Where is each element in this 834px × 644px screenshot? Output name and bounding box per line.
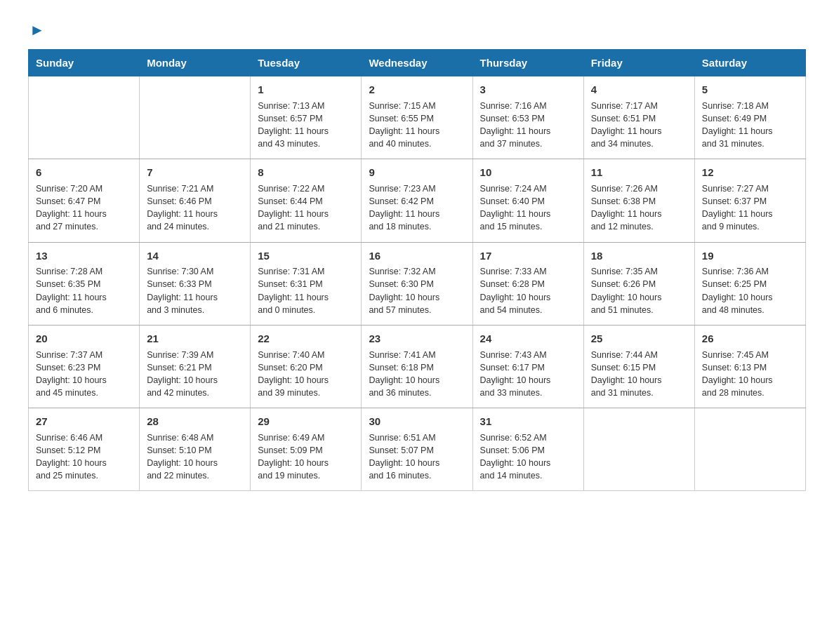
calendar-cell: 15Sunrise: 7:31 AM Sunset: 6:31 PM Dayli… — [251, 242, 362, 325]
day-number: 18 — [591, 248, 687, 264]
day-number: 23 — [369, 331, 465, 347]
header-monday: Monday — [140, 50, 251, 76]
day-number: 16 — [369, 248, 465, 264]
day-info: Sunrise: 7:40 AM Sunset: 6:20 PM Dayligh… — [258, 349, 354, 400]
day-number: 3 — [480, 82, 576, 98]
header-friday: Friday — [583, 50, 694, 76]
calendar-cell: 5Sunrise: 7:18 AM Sunset: 6:49 PM Daylig… — [694, 76, 805, 159]
day-number: 28 — [147, 414, 243, 429]
day-number: 22 — [258, 331, 354, 347]
day-info: Sunrise: 6:51 AM Sunset: 5:07 PM Dayligh… — [369, 431, 465, 483]
logo: ► — [28, 21, 45, 39]
calendar-cell: 29Sunrise: 6:49 AM Sunset: 5:09 PM Dayli… — [251, 408, 362, 491]
calendar-cell: 12Sunrise: 7:27 AM Sunset: 6:37 PM Dayli… — [694, 159, 805, 242]
day-number: 21 — [147, 331, 243, 347]
week-row-2: 6Sunrise: 7:20 AM Sunset: 6:47 PM Daylig… — [29, 159, 806, 242]
calendar-cell: 24Sunrise: 7:43 AM Sunset: 6:17 PM Dayli… — [472, 325, 583, 408]
calendar-header-row: SundayMondayTuesdayWednesdayThursdayFrid… — [29, 50, 806, 76]
day-number: 25 — [591, 331, 687, 347]
day-number: 26 — [702, 331, 798, 347]
day-info: Sunrise: 7:45 AM Sunset: 6:13 PM Dayligh… — [702, 349, 798, 400]
day-info: Sunrise: 7:32 AM Sunset: 6:30 PM Dayligh… — [369, 265, 465, 316]
day-number: 17 — [480, 248, 576, 264]
day-info: Sunrise: 7:16 AM Sunset: 6:53 PM Dayligh… — [480, 100, 576, 151]
day-info: Sunrise: 7:18 AM Sunset: 6:49 PM Dayligh… — [702, 100, 798, 151]
day-info: Sunrise: 6:46 AM Sunset: 5:12 PM Dayligh… — [36, 431, 132, 483]
week-row-5: 27Sunrise: 6:46 AM Sunset: 5:12 PM Dayli… — [29, 408, 806, 491]
week-row-1: 1Sunrise: 7:13 AM Sunset: 6:57 PM Daylig… — [29, 76, 806, 159]
calendar-cell: 13Sunrise: 7:28 AM Sunset: 6:35 PM Dayli… — [29, 242, 140, 325]
calendar-cell: 3Sunrise: 7:16 AM Sunset: 6:53 PM Daylig… — [472, 76, 583, 159]
day-info: Sunrise: 7:30 AM Sunset: 6:33 PM Dayligh… — [147, 265, 243, 316]
calendar-cell: 25Sunrise: 7:44 AM Sunset: 6:15 PM Dayli… — [583, 325, 694, 408]
day-number: 5 — [702, 82, 798, 98]
calendar-cell: 19Sunrise: 7:36 AM Sunset: 6:25 PM Dayli… — [694, 242, 805, 325]
day-number: 8 — [258, 165, 354, 180]
header-wednesday: Wednesday — [362, 50, 472, 76]
calendar-cell: 10Sunrise: 7:24 AM Sunset: 6:40 PM Dayli… — [472, 159, 583, 242]
day-info: Sunrise: 7:33 AM Sunset: 6:28 PM Dayligh… — [480, 265, 576, 316]
day-number: 9 — [369, 165, 465, 180]
calendar-cell: 6Sunrise: 7:20 AM Sunset: 6:47 PM Daylig… — [29, 159, 140, 242]
calendar-cell — [29, 76, 140, 159]
calendar-cell: 30Sunrise: 6:51 AM Sunset: 5:07 PM Dayli… — [362, 408, 472, 491]
day-info: Sunrise: 7:15 AM Sunset: 6:55 PM Dayligh… — [369, 100, 465, 151]
logo-arrow-icon: ► — [29, 21, 45, 39]
day-info: Sunrise: 7:21 AM Sunset: 6:46 PM Dayligh… — [147, 182, 243, 234]
day-info: Sunrise: 7:37 AM Sunset: 6:23 PM Dayligh… — [36, 349, 132, 400]
calendar-cell — [694, 408, 805, 491]
header-tuesday: Tuesday — [251, 50, 362, 76]
day-number: 14 — [147, 248, 243, 264]
calendar-cell: 21Sunrise: 7:39 AM Sunset: 6:21 PM Dayli… — [140, 325, 251, 408]
calendar-cell: 23Sunrise: 7:41 AM Sunset: 6:18 PM Dayli… — [362, 325, 472, 408]
day-info: Sunrise: 7:44 AM Sunset: 6:15 PM Dayligh… — [591, 349, 687, 400]
day-info: Sunrise: 7:26 AM Sunset: 6:38 PM Dayligh… — [591, 182, 687, 234]
day-info: Sunrise: 7:39 AM Sunset: 6:21 PM Dayligh… — [147, 349, 243, 400]
day-number: 4 — [591, 82, 687, 98]
day-number: 13 — [36, 248, 132, 264]
day-number: 11 — [591, 165, 687, 180]
page-header: ► — [28, 21, 806, 39]
day-info: Sunrise: 7:28 AM Sunset: 6:35 PM Dayligh… — [36, 265, 132, 316]
day-number: 31 — [480, 414, 576, 429]
header-thursday: Thursday — [472, 50, 583, 76]
calendar-cell: 28Sunrise: 6:48 AM Sunset: 5:10 PM Dayli… — [140, 408, 251, 491]
day-info: Sunrise: 7:20 AM Sunset: 6:47 PM Dayligh… — [36, 182, 132, 234]
calendar-cell: 26Sunrise: 7:45 AM Sunset: 6:13 PM Dayli… — [694, 325, 805, 408]
calendar-cell — [583, 408, 694, 491]
day-info: Sunrise: 7:35 AM Sunset: 6:26 PM Dayligh… — [591, 265, 687, 316]
day-number: 1 — [258, 82, 354, 98]
calendar-cell: 14Sunrise: 7:30 AM Sunset: 6:33 PM Dayli… — [140, 242, 251, 325]
day-number: 6 — [36, 165, 132, 180]
day-number: 7 — [147, 165, 243, 180]
day-info: Sunrise: 7:22 AM Sunset: 6:44 PM Dayligh… — [258, 182, 354, 234]
day-info: Sunrise: 7:31 AM Sunset: 6:31 PM Dayligh… — [258, 265, 354, 316]
calendar-cell: 22Sunrise: 7:40 AM Sunset: 6:20 PM Dayli… — [251, 325, 362, 408]
calendar-cell: 2Sunrise: 7:15 AM Sunset: 6:55 PM Daylig… — [362, 76, 472, 159]
calendar-cell: 4Sunrise: 7:17 AM Sunset: 6:51 PM Daylig… — [583, 76, 694, 159]
day-number: 2 — [369, 82, 465, 98]
day-info: Sunrise: 7:43 AM Sunset: 6:17 PM Dayligh… — [480, 349, 576, 400]
calendar-cell: 17Sunrise: 7:33 AM Sunset: 6:28 PM Dayli… — [472, 242, 583, 325]
day-number: 20 — [36, 331, 132, 347]
calendar-cell: 9Sunrise: 7:23 AM Sunset: 6:42 PM Daylig… — [362, 159, 472, 242]
day-info: Sunrise: 7:24 AM Sunset: 6:40 PM Dayligh… — [480, 182, 576, 234]
header-sunday: Sunday — [29, 50, 140, 76]
calendar-cell: 27Sunrise: 6:46 AM Sunset: 5:12 PM Dayli… — [29, 408, 140, 491]
calendar-cell: 20Sunrise: 7:37 AM Sunset: 6:23 PM Dayli… — [29, 325, 140, 408]
day-number: 15 — [258, 248, 354, 264]
day-info: Sunrise: 7:36 AM Sunset: 6:25 PM Dayligh… — [702, 265, 798, 316]
calendar-table: SundayMondayTuesdayWednesdayThursdayFrid… — [28, 49, 806, 491]
day-number: 30 — [369, 414, 465, 429]
calendar-cell: 8Sunrise: 7:22 AM Sunset: 6:44 PM Daylig… — [251, 159, 362, 242]
calendar-cell: 16Sunrise: 7:32 AM Sunset: 6:30 PM Dayli… — [362, 242, 472, 325]
day-info: Sunrise: 7:27 AM Sunset: 6:37 PM Dayligh… — [702, 182, 798, 234]
day-number: 27 — [36, 414, 132, 429]
day-info: Sunrise: 7:41 AM Sunset: 6:18 PM Dayligh… — [369, 349, 465, 400]
calendar-cell — [140, 76, 251, 159]
day-info: Sunrise: 6:48 AM Sunset: 5:10 PM Dayligh… — [147, 431, 243, 483]
day-info: Sunrise: 7:17 AM Sunset: 6:51 PM Dayligh… — [591, 100, 687, 151]
calendar-cell: 18Sunrise: 7:35 AM Sunset: 6:26 PM Dayli… — [583, 242, 694, 325]
day-number: 10 — [480, 165, 576, 180]
day-number: 12 — [702, 165, 798, 180]
